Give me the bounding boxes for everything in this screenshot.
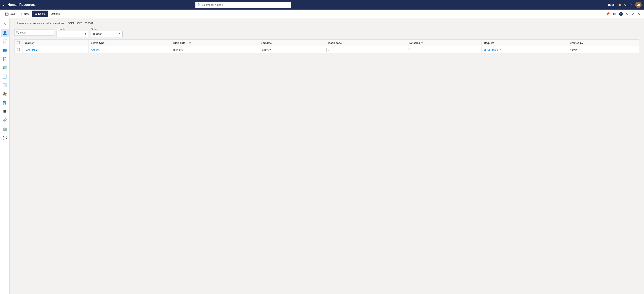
leave-type-label: Leave type — [56, 28, 88, 30]
col-checkbox — [14, 40, 22, 46]
cell-worker: Jodi Hicks — [22, 46, 88, 54]
cell-leave-type: Annual — [88, 46, 171, 54]
leave-type-link[interactable]: Annual — [91, 48, 99, 51]
cell-reason-code: ⌄ — [323, 46, 406, 54]
main-area: ⌂ 👤 📊 👥 📋 🪪 📄 📃 📚 🧑‍🤝‍🧑 ☰ 🔗 🏢 💬 ▿ Leave … — [0, 18, 644, 294]
avatar[interactable]: JH — [635, 2, 642, 8]
request-link[interactable]: USMF-000097 — [484, 48, 501, 51]
search-bar: 🔍 — [196, 2, 291, 8]
sidebar-item-clipboard[interactable]: 📋 — [1, 55, 9, 63]
status-select-wrap: Current All Canceled ▼ — [91, 31, 122, 37]
delete-button[interactable]: 🗑 Delete — [32, 11, 48, 17]
row-checkbox[interactable] — [17, 48, 20, 51]
sidebar-item-report[interactable]: 📄 — [1, 73, 9, 81]
table-header-row: Worker ↑ Leave type ↑ Start date ↑ ▽ — [14, 40, 639, 46]
col-worker[interactable]: Worker ↑ — [22, 40, 88, 46]
status-label: Status — [91, 28, 122, 30]
leave-type-select[interactable]: Annual — [56, 31, 88, 37]
sidebar-item-list[interactable]: ☰ — [1, 108, 9, 116]
reason-code-dropdown-btn[interactable]: ⌄ — [326, 48, 331, 52]
filter-input-wrap: 🔍 — [14, 29, 54, 36]
col-canceled-label: Canceled — [408, 42, 420, 44]
col-end-date: End date — [258, 40, 323, 46]
content-area: ▿ Leave and absence accrual suspensions … — [10, 18, 644, 294]
bell-icon[interactable]: 🔔 — [618, 4, 621, 6]
new-icon: ＋ — [20, 12, 23, 16]
col-leave-type-label: Leave type — [91, 42, 104, 44]
col-leave-type[interactable]: Leave type ↑ — [88, 40, 171, 46]
col-request: Request — [482, 40, 567, 46]
badge-count: 0 — [619, 12, 623, 16]
status-filter-group: Status Current All Canceled ▼ — [91, 28, 122, 37]
start-date-sort-icon[interactable]: ↑ — [187, 42, 188, 44]
breadcrumb-title: Leave and absence accrual suspensions — [17, 22, 64, 25]
sidebar-item-report2[interactable]: 📃 — [1, 81, 9, 89]
sidebar-item-users[interactable]: 🧑‍🤝‍🧑 — [1, 99, 9, 107]
search-input[interactable] — [202, 4, 289, 6]
badge-icon[interactable]: 0 — [618, 11, 624, 17]
table-container: Worker ↑ Leave type ↑ Start date ↑ ▽ — [14, 40, 639, 54]
canceled-filter-icon[interactable]: ▽ — [421, 42, 423, 44]
col-canceled[interactable]: Canceled ▽ — [406, 40, 482, 46]
status-select[interactable]: Current All Canceled — [91, 31, 122, 37]
save-button[interactable]: 💾 Save — [3, 11, 18, 17]
worker-link[interactable]: Jodi Hicks — [25, 48, 37, 51]
save-icon: 💾 — [5, 12, 8, 16]
col-request-label: Request — [484, 42, 494, 44]
sidebar: ⌂ 👤 📊 👥 📋 🪪 📄 📃 📚 🧑‍🤝‍🧑 ☰ 🔗 🏢 💬 — [0, 18, 10, 294]
breadcrumb-subtitle: JODI HICKS : 000001 — [68, 22, 93, 25]
select-all-checkbox[interactable] — [17, 41, 20, 44]
sidebar-item-connect[interactable]: 🔗 — [1, 116, 9, 124]
app-title: Human Resources — [8, 3, 36, 7]
new-button[interactable]: ＋ New — [18, 11, 31, 17]
breadcrumb-sep: | — [66, 22, 66, 25]
leave-type-sort-icon[interactable]: ↑ — [106, 42, 107, 44]
expand-icon[interactable]: ⤢ — [631, 11, 635, 17]
breadcrumb: ▿ Leave and absence accrual suspensions … — [14, 22, 639, 25]
filters-row: 🔍 Leave type Annual ▼ Status Current — [14, 28, 639, 37]
pin-icon[interactable]: 📌 — [605, 11, 610, 17]
sidebar-item-book[interactable]: 📚 — [1, 90, 9, 98]
col-start-date[interactable]: Start date ↑ ▽ — [171, 40, 258, 46]
search-icon: 🔍 — [198, 3, 201, 6]
filter-text-input[interactable] — [14, 29, 54, 36]
toolbar: 💾 Save ＋ New 🗑 Delete Options 📌 ◧ 0 ↻ ⤢ … — [0, 10, 644, 18]
sidebar-item-group[interactable]: 👥 — [1, 46, 9, 54]
col-reason-code-label: Reason code — [326, 42, 342, 44]
col-worker-label: Worker — [25, 42, 34, 44]
close-icon[interactable]: ✕ — [637, 11, 641, 17]
row-checkbox-cell — [14, 46, 22, 54]
col-end-date-label: End date — [261, 42, 272, 44]
app-menu-icon[interactable]: ≡ — [2, 3, 4, 7]
sidebar-item-person[interactable]: 👤 — [1, 29, 9, 37]
cell-end-date: 8/28/2020 — [258, 46, 323, 54]
filter-icon[interactable]: ▿ — [14, 22, 16, 25]
sidebar-item-home[interactable]: ⌂ — [1, 20, 9, 28]
settings-icon[interactable]: ⚙ — [624, 4, 626, 6]
sidebar-item-chart[interactable]: 📊 — [1, 38, 9, 45]
sidebar-item-org[interactable]: 🏢 — [1, 125, 9, 133]
col-created-by-label: Created by — [570, 42, 583, 44]
cell-request: USMF-000097 — [482, 46, 567, 54]
start-date-filter-icon[interactable]: ▽ — [189, 42, 191, 44]
filter-text-icon: 🔍 — [16, 31, 19, 34]
nav-right: USMF 🔔 ⚙ ❓ JH — [608, 2, 642, 8]
leave-type-select-wrap: Annual ▼ — [56, 31, 88, 37]
env-label: USMF — [608, 4, 615, 6]
col-reason-code: Reason code — [323, 40, 406, 46]
canceled-checkbox[interactable] — [408, 48, 411, 51]
help-icon[interactable]: ❓ — [629, 4, 632, 6]
sidebar-item-chat[interactable]: 💬 — [1, 134, 9, 142]
data-table: Worker ↑ Leave type ↑ Start date ↑ ▽ — [14, 40, 639, 54]
right-toolbar: 📌 ◧ 0 ↻ ⤢ ✕ — [605, 11, 641, 17]
panel-icon[interactable]: ◧ — [612, 11, 617, 17]
options-button[interactable]: Options — [49, 11, 62, 17]
sidebar-item-idcard[interactable]: 🪪 — [1, 64, 9, 72]
col-created-by: Created by — [567, 40, 639, 46]
refresh-icon[interactable]: ↻ — [625, 11, 629, 17]
top-nav: ≡ Human Resources 🔍 USMF 🔔 ⚙ ❓ JH — [0, 0, 644, 10]
table-row: Jodi Hicks Annual 8/3/2020 8/28/2020 ⌄ U… — [14, 46, 639, 54]
delete-icon: 🗑 — [34, 12, 37, 16]
cell-created-by: Admin — [567, 46, 639, 54]
worker-sort-icon[interactable]: ↑ — [36, 42, 36, 44]
